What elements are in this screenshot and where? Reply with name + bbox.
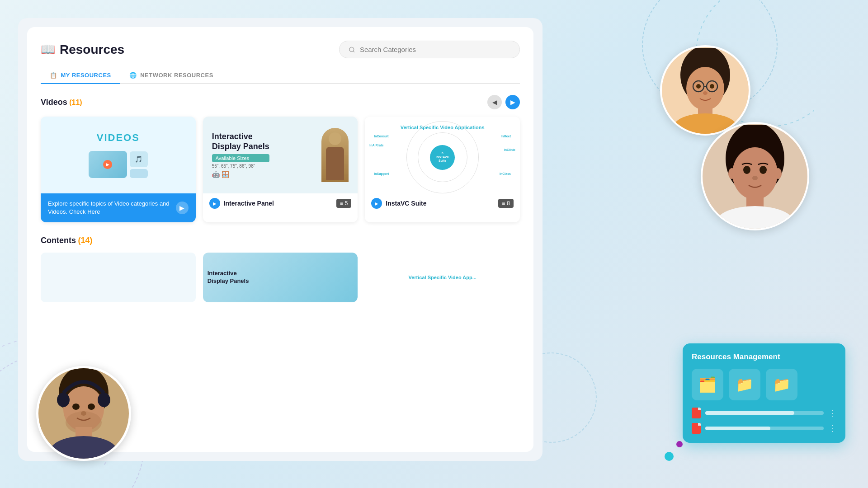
header: 📖 Resources: [41, 41, 520, 58]
svg-point-35: [81, 411, 86, 416]
panel-count-badge: ≡ 5: [336, 199, 352, 208]
person-1-svg: [665, 48, 746, 134]
panel-count: 5: [345, 200, 348, 206]
instavc-label-6: InAIRrate: [369, 144, 383, 147]
file-item-2: ⋮: [692, 423, 836, 434]
file-more-1[interactable]: ⋮: [828, 408, 836, 418]
card-interactive-panel[interactable]: InteractiveDisplay Panels Available Size…: [203, 117, 358, 222]
videos-count: (11): [69, 99, 82, 106]
folder-icon-2[interactable]: 📁: [729, 369, 760, 400]
panel-text-block: InteractiveDisplay Panels Available Size…: [212, 132, 269, 178]
tab-network-resources-label: NETWORK RESOURCES: [140, 72, 213, 79]
svg-point-12: [710, 84, 714, 89]
search-bar[interactable]: [339, 41, 520, 58]
file-bar-2: [705, 427, 824, 430]
contents-title-wrapper: Contents (14): [41, 236, 92, 245]
tab-network-resources-icon: 🌐: [129, 72, 137, 79]
panel-label: Interactive Panel: [224, 200, 274, 207]
card-instavc-image: Vertical Specific Video Applications nIN…: [365, 117, 520, 193]
tabs-bar: 📋 MY RESOURCES 🌐 NETWORK RESOURCES: [41, 67, 520, 84]
card-panel-image: InteractiveDisplay Panels Available Size…: [203, 117, 358, 193]
svg-line-3: [353, 51, 354, 52]
content-card-2[interactable]: InteractiveDisplay Panels: [203, 253, 358, 302]
contents-cards-grid: InteractiveDisplay Panels Vertical Speci…: [41, 253, 520, 302]
svg-point-2: [349, 47, 354, 52]
tab-my-resources[interactable]: 📋 MY RESOURCES: [41, 67, 120, 84]
tab-my-resources-label: MY RESOURCES: [61, 72, 111, 79]
tab-network-resources[interactable]: 🌐 NETWORK RESOURCES: [120, 67, 222, 84]
content-card-3[interactable]: Vertical Specific Video App...: [365, 253, 520, 302]
panel-person: [321, 128, 349, 182]
file-bar-1-inner: [705, 411, 794, 415]
card-videos-category[interactable]: VIDEOS ▶ 🎵 Explore specific topics of Vi…: [41, 117, 196, 222]
card-videos-bottom[interactable]: Explore specific topics of Video categor…: [41, 193, 196, 222]
contents-title-text: Contents: [41, 236, 76, 245]
resources-mgmt-widget: Resources Management 🗂️ 📁 📁 ⋮ ⋮: [683, 343, 845, 443]
videos-section-header: Videos (11) ◀ ▶: [41, 95, 520, 109]
contents-section: Contents (14) InteractiveDisplay Panels …: [41, 236, 520, 302]
search-input[interactable]: [360, 46, 510, 53]
card-instavc-footer-left: ▶ InstaVC Suite: [371, 198, 426, 209]
videos-title: Videos (11): [41, 98, 82, 107]
svg-point-11: [696, 84, 701, 89]
videos-title-text: Videos: [41, 98, 67, 107]
card-instavc-footer: ▶ InstaVC Suite ≡ 8: [365, 193, 520, 213]
card-instavc[interactable]: Vertical Specific Video Applications nIN…: [365, 117, 520, 222]
svg-point-18: [743, 166, 750, 174]
file-item-1: ⋮: [692, 408, 836, 418]
folder-emoji-1: 🗂️: [698, 376, 717, 393]
dot-teal: [665, 452, 674, 461]
svg-point-31: [88, 404, 95, 410]
instavc-count-badge: ≡ 8: [498, 199, 514, 208]
person-2-svg: [705, 125, 805, 229]
svg-point-20: [752, 176, 758, 180]
person-3-svg: [38, 366, 129, 459]
nav-prev-button[interactable]: ◀: [487, 95, 502, 109]
card-panel-footer: ▶ Interactive Panel ≡ 5: [203, 193, 358, 213]
svg-point-28: [57, 393, 70, 407]
instavc-count: 8: [507, 200, 510, 206]
page-title-text: Resources: [60, 42, 124, 57]
folder-icons-row: 🗂️ 📁 📁: [692, 369, 836, 400]
avatar-person-2: [701, 122, 809, 230]
panel-title: InteractiveDisplay Panels: [212, 132, 269, 151]
instavc-label: InstaVC Suite: [386, 200, 426, 207]
book-icon: 📖: [41, 42, 55, 56]
card-videos-top: VIDEOS ▶ 🎵: [41, 117, 196, 193]
instavc-logo-text: nINSTAVCSuite: [436, 151, 449, 163]
avatar-person-3: [36, 366, 131, 461]
content-card-1[interactable]: [41, 253, 196, 302]
svg-point-19: [760, 166, 767, 174]
folder-emoji-3: 📁: [773, 376, 791, 393]
dot-purple: [676, 441, 683, 447]
folder-emoji-2: 📁: [736, 376, 754, 393]
instavc-label-2: InMeet: [501, 135, 511, 138]
instavc-label-3: InClinic: [504, 148, 515, 151]
search-icon: [349, 46, 355, 53]
video-cards-grid: VIDEOS ▶ 🎵 Explore specific topics of Vi…: [41, 117, 520, 222]
svg-point-21: [728, 168, 736, 179]
instavc-diagram: Vertical Specific Video Applications nIN…: [369, 121, 515, 189]
tab-my-resources-icon: 📋: [50, 72, 57, 79]
folder-icon-3[interactable]: 📁: [766, 369, 797, 400]
resources-mgmt-title: Resources Management: [692, 352, 836, 361]
contents-count: (14): [78, 236, 92, 245]
svg-point-5: [686, 67, 724, 110]
svg-point-17: [717, 206, 793, 229]
instavc-play-icon: ▶: [371, 198, 382, 209]
panel-play-icon: ▶: [209, 198, 220, 209]
panel-size-badge: Available Sizes: [212, 154, 269, 162]
file-more-2[interactable]: ⋮: [828, 423, 836, 433]
file-bar-1: [705, 411, 824, 415]
card-videos-title: VIDEOS: [97, 132, 140, 144]
video-illustration: ▶ 🎵: [89, 151, 148, 178]
avatar-person-1: [660, 45, 750, 136]
nav-next-button[interactable]: ▶: [505, 95, 520, 109]
panel-sizes: 55", 65", 75", 86", 98": [212, 164, 269, 169]
instavc-label-4: InSupport: [374, 172, 389, 175]
instavc-label-1: InConsult: [374, 135, 388, 138]
card-videos-arrow[interactable]: ▶: [176, 202, 189, 214]
svg-point-13: [703, 91, 708, 95]
svg-point-22: [774, 168, 782, 179]
folder-icon-1[interactable]: 🗂️: [692, 369, 723, 400]
